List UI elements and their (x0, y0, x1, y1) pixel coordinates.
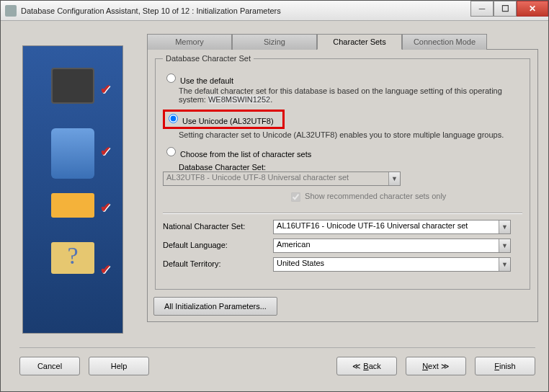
show-recommended-label: Show recommended character sets only (305, 192, 446, 201)
radio-use-default-label: Use the default (180, 76, 233, 85)
use-default-description: The default character set for this datab… (179, 86, 522, 104)
national-charset-label: National Character Set: (163, 222, 271, 231)
main-panel: Memory Sizing Character Sets Connection … (147, 34, 538, 322)
chevron-down-icon[interactable]: ▼ (499, 258, 510, 271)
close-button[interactable]: ✕ (517, 1, 548, 17)
folder-question-icon: ? (51, 242, 94, 274)
default-language-value: American (277, 240, 310, 249)
tab-memory[interactable]: Memory (147, 34, 232, 50)
default-territory-dropdown[interactable]: United States ▼ (273, 257, 511, 272)
radio-use-unicode[interactable] (169, 114, 178, 123)
tab-connection-mode[interactable]: Connection Mode (402, 34, 487, 50)
all-init-params-button[interactable]: All Initialization Parameters... (153, 297, 277, 316)
text: ack (369, 362, 381, 370)
charset-fieldset: Database Character Set Use the default T… (155, 54, 530, 290)
default-charset-value: WE8MSWIN1252 (208, 95, 270, 104)
app-window: Database Configuration Assistant, Step 1… (0, 0, 549, 392)
db-charset-dropdown: AL32UTF8 - Unicode UTF-8 Universal chara… (163, 172, 401, 186)
step-check-icon: ✔ (100, 143, 117, 158)
maximize-button[interactable]: ☐ (494, 1, 517, 17)
window-title: Database Configuration Assistant, Step 1… (21, 6, 281, 15)
chevron-down-icon[interactable]: ▼ (499, 220, 510, 233)
default-territory-value: United States (277, 259, 324, 267)
highlight-box: Use Unicode (AL32UTF8) (163, 110, 285, 129)
radio-use-default[interactable] (166, 74, 176, 83)
fieldset-legend: Database Character Set (163, 54, 254, 63)
tab-content: Database Character Set Use the default T… (147, 49, 538, 322)
desc-text: . (270, 95, 272, 104)
next-button[interactable]: Next ≫ (406, 357, 466, 375)
back-button[interactable]: ≪ Back (336, 357, 397, 375)
content-area: ? ✔ ✔ ✔ ✔ Memory Sizing Character Sets C… (6, 28, 543, 386)
radio-use-unicode-label: Use Unicode (AL32UTF8) (182, 117, 278, 125)
tab-bar: Memory Sizing Character Sets Connection … (147, 34, 538, 50)
use-unicode-description: Setting character set to Unicode (AL32UT… (179, 130, 522, 139)
mnemonic: B (363, 362, 368, 370)
db-charset-value: AL32UTF8 - Unicode UTF-8 Universal chara… (166, 173, 349, 182)
minimize-button[interactable]: ─ (470, 1, 494, 17)
text: ext (428, 362, 439, 370)
text: inish (499, 362, 516, 370)
radio-choose-list-label: Choose from the list of character sets (180, 150, 311, 159)
mnemonic: N (422, 362, 428, 370)
default-language-label: Default Language: (163, 241, 271, 249)
chevron-down-icon[interactable]: ▼ (499, 239, 510, 252)
help-button[interactable]: Help (89, 357, 149, 375)
show-recommended-checkbox (291, 192, 300, 202)
national-charset-dropdown[interactable]: AL16UTF16 - Unicode UTF-16 Universal cha… (273, 220, 511, 234)
step-check-icon: ✔ (100, 200, 117, 214)
step-check-icon: ✔ (100, 81, 117, 96)
cancel-button[interactable]: Cancel (19, 357, 80, 375)
default-language-dropdown[interactable]: American ▼ (273, 239, 511, 253)
db-charset-label: Database Character Set: (179, 163, 287, 172)
tab-character-sets[interactable]: Character Sets (317, 34, 402, 50)
national-charset-value: AL16UTF16 - Unicode UTF-16 Universal cha… (277, 221, 468, 230)
radio-choose-list[interactable] (166, 147, 176, 156)
separator (163, 213, 522, 214)
titlebar: Database Configuration Assistant, Step 1… (1, 1, 548, 21)
blocks-icon (51, 193, 94, 218)
step-check-icon: ✔ (100, 262, 117, 276)
tab-sizing[interactable]: Sizing (232, 34, 317, 50)
app-icon (5, 5, 17, 17)
chip-icon (51, 68, 94, 104)
database-icon (51, 128, 94, 179)
chevron-down-icon: ▼ (388, 172, 400, 185)
wizard-footer: Cancel Help ≪ Back Next ≫ Finish (19, 347, 535, 375)
finish-button[interactable]: Finish (475, 357, 535, 375)
default-territory-label: Default Territory: (163, 259, 271, 268)
